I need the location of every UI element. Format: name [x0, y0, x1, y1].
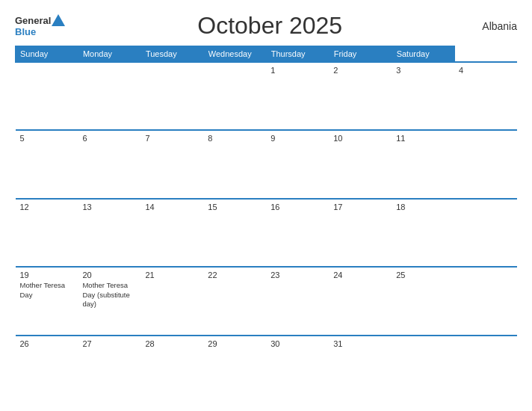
day-number: 1	[270, 66, 324, 75]
day-number: 25	[396, 271, 450, 279]
day-number: 24	[333, 271, 387, 279]
calendar-week-row: 1234	[16, 62, 518, 130]
day-number: 12	[20, 203, 74, 211]
day-number: 28	[145, 339, 199, 348]
day-number: 26	[20, 339, 74, 348]
day-number: 15	[208, 203, 262, 211]
table-row: 19Mother Teresa Day	[16, 267, 78, 335]
header-wednesday: Wednesday	[203, 46, 266, 63]
day-number: 23	[270, 271, 324, 279]
day-number: 22	[208, 271, 262, 279]
table-row: 1	[266, 62, 329, 130]
day-number: 21	[145, 271, 199, 279]
page-title: October 2025	[67, 12, 472, 40]
table-row: 13	[78, 199, 140, 267]
day-number: 29	[208, 339, 262, 348]
table-row: 23	[266, 267, 329, 335]
calendar-week-row: 262728293031	[16, 336, 518, 404]
table-row: 2	[329, 62, 392, 130]
table-row: 28	[140, 336, 203, 404]
table-row: 30	[266, 336, 329, 404]
calendar-header-row: Sunday Monday Tuesday Wednesday Thursday…	[16, 46, 518, 63]
table-row: 3	[392, 62, 454, 130]
table-row: 14	[140, 199, 203, 267]
logo: General Blue	[15, 14, 67, 37]
table-row: 24	[329, 267, 392, 335]
table-row: 20Mother Teresa Day (substitute day)	[78, 267, 140, 335]
day-number: 2	[333, 66, 387, 75]
table-row: 22	[203, 267, 266, 335]
day-number: 8	[208, 134, 262, 143]
calendar-day-empty	[78, 62, 140, 130]
day-number: 27	[82, 339, 136, 348]
table-row	[140, 62, 203, 130]
day-number: 16	[270, 203, 324, 211]
table-row: 21	[140, 267, 203, 335]
day-number: 20	[82, 271, 136, 279]
table-row: 18	[392, 199, 454, 267]
day-number: 7	[145, 134, 199, 143]
logo-general-text: General	[15, 15, 51, 26]
table-row: 10	[329, 130, 392, 198]
day-number: 14	[145, 203, 199, 211]
day-event: Mother Teresa Day (substitute day)	[82, 281, 136, 309]
day-number: 10	[333, 134, 387, 143]
day-number: 11	[396, 134, 450, 143]
calendar: Sunday Monday Tuesday Wednesday Thursday…	[15, 46, 517, 404]
table-row	[392, 336, 454, 404]
calendar-day-empty	[16, 62, 78, 130]
day-number: 31	[333, 339, 387, 348]
table-row: 11	[392, 130, 454, 198]
table-row: 17	[329, 199, 392, 267]
header-friday: Friday	[329, 46, 392, 63]
table-row: 31	[329, 336, 392, 404]
table-row: 15	[203, 199, 266, 267]
table-row: 29	[203, 336, 266, 404]
table-row: 27	[78, 336, 140, 404]
day-number: 18	[396, 203, 450, 211]
table-row: 12	[16, 199, 78, 267]
day-number: 6	[82, 134, 136, 143]
day-number: 30	[270, 339, 324, 348]
country-label: Albania	[472, 20, 517, 32]
table-row: 5	[16, 130, 78, 198]
day-number: 19	[20, 271, 74, 279]
header-saturday: Saturday	[392, 46, 454, 63]
day-event: Mother Teresa Day	[20, 281, 74, 300]
day-number: 3	[396, 66, 450, 75]
table-row: 16	[266, 199, 329, 267]
table-row: 25	[392, 267, 454, 335]
table-row: 6	[78, 130, 140, 198]
header-monday: Monday	[78, 46, 140, 63]
table-row: 26	[16, 336, 78, 404]
header-thursday: Thursday	[266, 46, 329, 63]
logo-blue-text: Blue	[15, 26, 36, 37]
day-number: 13	[82, 203, 136, 211]
table-row: 9	[266, 130, 329, 198]
calendar-week-row: 567891011	[16, 130, 518, 198]
table-row: 4	[454, 62, 517, 130]
table-row: 7	[140, 130, 203, 198]
table-row	[203, 62, 266, 130]
day-number: 17	[333, 203, 387, 211]
header: General Blue October 2025 Albania	[15, 12, 517, 40]
day-number: 5	[20, 134, 74, 143]
table-row: 8	[203, 130, 266, 198]
day-number: 4	[459, 66, 513, 75]
logo-triangle-icon	[52, 14, 65, 26]
header-sunday: Sunday	[16, 46, 78, 63]
day-number: 9	[270, 134, 324, 143]
calendar-week-row: 12131415161718	[16, 199, 518, 267]
header-tuesday: Tuesday	[140, 46, 203, 63]
calendar-week-row: 19Mother Teresa Day20Mother Teresa Day (…	[16, 267, 518, 335]
page: General Blue October 2025 Albania Sunday…	[0, 0, 532, 411]
